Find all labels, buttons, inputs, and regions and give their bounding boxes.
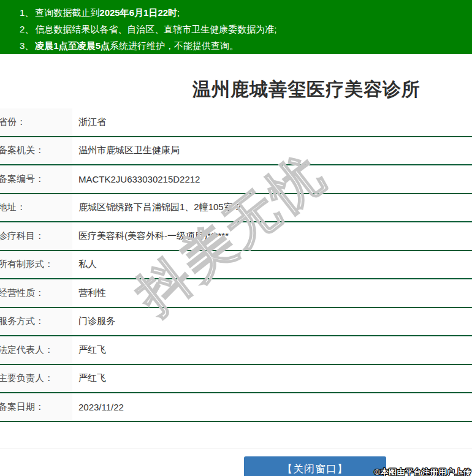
- notice-text: 信息数据结果以各省、自治区、直辖市卫生健康委数据为准;: [35, 24, 276, 34]
- table-row-ownership-form: 所有制形式： 私人: [0, 251, 472, 280]
- notice-line-1: 1、查询数据截止到2025年6月1日22时;: [20, 4, 466, 21]
- row-label: 省份：: [0, 108, 72, 136]
- row-label: 服务方式：: [0, 308, 72, 336]
- table-row-legal-representative: 法定代表人： 严红飞: [0, 336, 472, 365]
- row-value: 鹿城区锦绣路下吕浦锦园1、2幢105室-2: [72, 194, 472, 222]
- row-label: 备案机关：: [0, 137, 72, 165]
- notice-text-bold: 2025年6月1日22时: [99, 7, 177, 18]
- row-value: 2023/11/22: [72, 393, 472, 421]
- row-label: 诊疗科目：: [0, 222, 72, 250]
- table-row-filing-date: 备案日期： 2023/11/22: [0, 393, 472, 422]
- table-row-filing-authority: 备案机关： 温州市鹿城区卫生健康局: [0, 137, 472, 166]
- notice-line-2: 2、信息数据结果以各省、自治区、直辖市卫生健康委数据为准;: [20, 21, 466, 37]
- row-label: 地址：: [0, 194, 72, 222]
- row-value: 浙江省: [72, 108, 472, 136]
- notice-number: 1、: [20, 7, 34, 18]
- row-label: 备案日期：: [0, 393, 72, 421]
- table-row-operation-nature: 经营性质： 营利性: [0, 279, 472, 308]
- notice-number: 2、: [20, 24, 34, 34]
- notice-number: 3、: [20, 40, 34, 51]
- row-value: 门诊服务: [72, 308, 472, 336]
- row-value: 严红飞: [72, 365, 472, 393]
- record-table: 省份： 浙江省 备案机关： 温州市鹿城区卫生健康局 备案编号： MACTK2JU…: [0, 108, 472, 422]
- notice-line-3: 3、凌晨1点至凌晨5点系统进行维护，不能提供查询。: [20, 37, 466, 54]
- row-label: 主要负责人：: [0, 365, 72, 393]
- row-label: 经营性质：: [0, 279, 72, 307]
- table-row-address: 地址： 鹿城区锦绣路下吕浦锦园1、2幢105室-2: [0, 194, 472, 223]
- notice-text-bold: 凌晨1点至凌晨5点: [35, 40, 110, 51]
- table-row-service-mode: 服务方式： 门诊服务: [0, 308, 472, 337]
- image-credit-watermark: ©本图由平台注册用户上传: [374, 467, 471, 476]
- close-window-button[interactable]: 【关闭窗口】: [244, 456, 386, 476]
- row-value: 严红飞: [72, 336, 472, 364]
- footer-divider: [0, 448, 472, 448]
- table-row-main-person-in-charge: 主要负责人： 严红飞: [0, 365, 472, 394]
- table-row-province: 省份： 浙江省: [0, 108, 472, 137]
- page-title: 温州鹿城善玺医疗美容诊所: [70, 77, 472, 102]
- row-label: 法定代表人：: [0, 336, 72, 364]
- notice-banner: 1、查询数据截止到2025年6月1日22时; 2、信息数据结果以各省、自治区、直…: [0, 0, 472, 54]
- notice-text: 系统进行维护，不能提供查询。: [110, 40, 238, 51]
- row-value: 私人: [72, 251, 472, 279]
- table-row-filing-number: 备案编号： MACTK2JU633030215D2212: [0, 165, 472, 194]
- row-value: MACTK2JU633030215D2212: [72, 165, 472, 193]
- table-row-treatment-subjects: 诊疗科目： 医疗美容科(美容外科-一级项目)******: [0, 222, 472, 251]
- row-label: 备案编号：: [0, 165, 72, 193]
- row-label: 所有制形式：: [0, 251, 72, 279]
- notice-text: 查询数据截止到: [35, 7, 99, 18]
- notice-text: ;: [177, 7, 180, 18]
- row-value: 温州市鹿城区卫生健康局: [72, 137, 472, 165]
- row-value: 医疗美容科(美容外科-一级项目)******: [72, 222, 472, 250]
- row-value: 营利性: [72, 279, 472, 307]
